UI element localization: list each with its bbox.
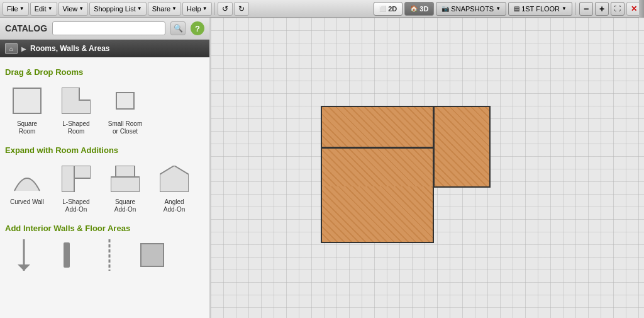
square-addon-item[interactable]: SquareAdd-On [103, 161, 147, 213]
svg-rect-4 [111, 177, 140, 192]
section-interior-walls-title: Add Interior Walls & Floor Areas [5, 224, 204, 233]
view-3d-label: 3D [419, 5, 428, 13]
snapshots-label: SNAPSHOTS [451, 5, 494, 13]
square-room-item[interactable]: SquareRoom [5, 83, 49, 135]
view-3d-button[interactable]: 🏠 3D [404, 2, 434, 16]
question-mark-icon: ? [195, 24, 200, 33]
section-expand-title: Expand with Room Additions [5, 145, 204, 155]
camera-icon: 📷 [441, 5, 449, 12]
l-shaped-addon-label: L-ShapedAdd-On [62, 198, 89, 213]
wall-item-2[interactable] [48, 239, 86, 273]
angled-addon-item[interactable]: AngledAdd-On [152, 161, 196, 213]
wall-shape-2 [51, 239, 82, 271]
l-shaped-room-item[interactable]: L-ShapedRoom [54, 83, 98, 135]
zoom-in-button[interactable]: + [595, 2, 609, 16]
square-shape-icon [13, 88, 42, 114]
view-2d-icon: ⬜ [379, 6, 386, 12]
wall-icon-3 [97, 239, 122, 271]
curved-wall-item[interactable]: Curved Wall [5, 161, 49, 213]
room-bottom-left[interactable] [321, 186, 434, 243]
section-drag-drop-title: Drag & Drop Rooms [5, 67, 204, 77]
curved-wall-icon [11, 164, 43, 193]
edit-chevron-icon: ▼ [48, 6, 53, 11]
nav-bar: ⌂ ▶ Rooms, Walls & Areas [0, 40, 209, 57]
fullscreen-icon: ⛶ [614, 5, 621, 12]
nav-label: Rooms, Walls & Areas [30, 44, 109, 53]
share-menu-button[interactable]: Share ▼ [148, 2, 181, 16]
search-icon: 🔍 [174, 24, 183, 33]
share-chevron-icon: ▼ [172, 6, 177, 11]
angled-addon-label: AngledAdd-On [164, 198, 185, 213]
view-group: ⬜ 2D 🏠 3D 📷 SNAPSHOTS ▼ ▤ 1ST FLOOR ▼ − … [374, 2, 641, 16]
wall-icon-1 [11, 239, 36, 271]
svg-marker-5 [160, 166, 189, 192]
undo-icon: ↺ [222, 4, 228, 13]
search-input[interactable] [52, 21, 165, 35]
svg-rect-2 [62, 166, 74, 192]
curved-wall-shape [8, 161, 46, 196]
l-shaped-addon-item[interactable]: L-ShapedAdd-On [54, 161, 98, 213]
share-label: Share [152, 5, 170, 13]
view-menu-button[interactable]: View ▼ [58, 2, 89, 16]
zoom-out-button[interactable]: − [579, 2, 593, 16]
nav-chevron-icon: ▶ [21, 45, 26, 52]
l-shaped-addon-shape [57, 161, 95, 196]
file-chevron-icon: ▼ [19, 6, 25, 11]
wall-item-1[interactable] [5, 239, 43, 273]
fullscreen-button[interactable]: ⛶ [611, 2, 625, 16]
floor-button[interactable]: ▤ 1ST FLOOR ▼ [508, 2, 572, 16]
toolbar: File ▼ Edit ▼ View ▼ Shopping List ▼ Sha… [0, 0, 644, 18]
l-shaped-room-label: L-ShapedRoom [62, 120, 89, 135]
floor-area-item[interactable] [133, 239, 171, 273]
undo-button[interactable]: ↺ [218, 2, 233, 16]
wall-item-3[interactable] [91, 239, 128, 273]
view-2d-button[interactable]: ⬜ 2D [374, 2, 402, 16]
angled-icon [160, 166, 189, 192]
interior-wall-horizontal [321, 147, 433, 149]
square-room-label: SquareRoom [17, 120, 37, 135]
nav-home-button[interactable]: ⌂ [5, 43, 18, 54]
view-2d-label: 2D [388, 5, 397, 13]
l-shape-icon [62, 88, 91, 114]
svg-marker-7 [18, 264, 30, 271]
floor-label: 1ST FLOOR [521, 5, 560, 13]
catalog-title: CATALOG [5, 23, 47, 33]
file-label: File [7, 5, 18, 13]
small-room-shape [106, 83, 144, 118]
zoom-out-icon: − [584, 4, 589, 14]
l-shaped-room-shape [57, 83, 95, 118]
interior-wall-vertical [433, 106, 435, 188]
catalog-header: CATALOG 🔍 ? [0, 18, 209, 40]
square-room-shape [8, 83, 46, 118]
help-button[interactable]: ? [191, 21, 204, 35]
catalog-content[interactable]: Drag & Drop Rooms SquareRoom [0, 57, 209, 318]
interior-walls-row [5, 239, 204, 273]
shopping-list-label: Shopping List [94, 5, 136, 13]
square-addon-label: SquareAdd-On [114, 198, 136, 213]
canvas-area[interactable] [211, 18, 644, 318]
floorplan [321, 106, 491, 244]
svg-rect-8 [64, 242, 70, 268]
sidebar: CATALOG 🔍 ? ⌂ ▶ Rooms, Walls & Areas Dra… [0, 18, 211, 318]
small-room-closet-item[interactable]: Small Roomor Closet [103, 83, 147, 135]
floor-area-shape [136, 239, 168, 271]
floor-plan-outer [321, 106, 491, 244]
help-menu-button[interactable]: Help ▼ [182, 2, 212, 16]
search-button[interactable]: 🔍 [170, 21, 186, 35]
drag-drop-rooms-row: SquareRoom L-ShapedRoom Sm [5, 83, 204, 135]
view-label: View [63, 5, 78, 13]
wall-shape-3 [94, 239, 125, 271]
room-additions-row: Curved Wall L-ShapedAdd-On [5, 161, 204, 213]
house-icon: 🏠 [410, 5, 418, 12]
home-icon: ⌂ [9, 45, 13, 52]
small-room-label: Small Roomor Closet [108, 120, 142, 135]
svg-marker-0 [62, 88, 91, 114]
edit-menu-button[interactable]: Edit ▼ [30, 2, 57, 16]
snapshots-button[interactable]: 📷 SNAPSHOTS ▼ [436, 2, 506, 16]
main-area: CATALOG 🔍 ? ⌂ ▶ Rooms, Walls & Areas Dra… [0, 18, 644, 318]
shopping-list-menu-button[interactable]: Shopping List ▼ [89, 2, 147, 16]
file-menu-button[interactable]: File ▼ [3, 2, 29, 16]
toolbar-separator-2 [575, 3, 576, 15]
redo-button[interactable]: ↻ [234, 2, 249, 16]
help-chevron-icon: ▼ [203, 6, 208, 11]
